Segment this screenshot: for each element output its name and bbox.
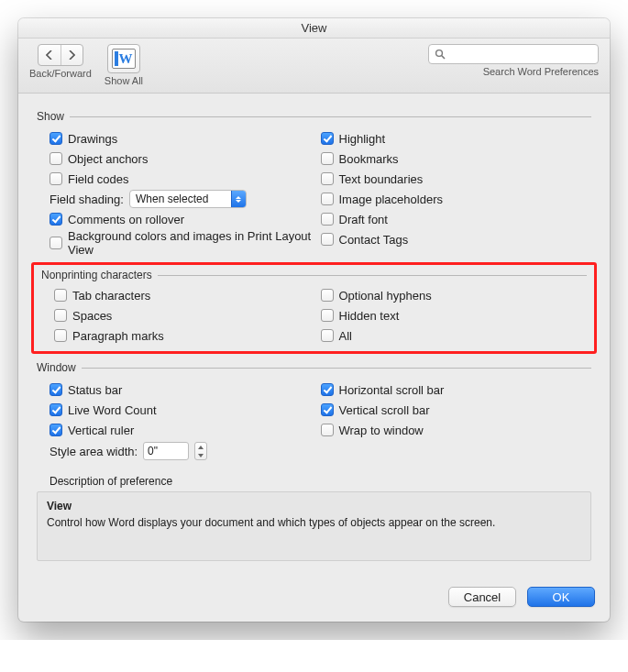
updown-caret-icon <box>231 191 246 207</box>
highlight-nonprinting: Nonprinting characters Tab characters Sp… <box>31 262 597 354</box>
chevron-left-icon <box>46 50 53 60</box>
label-spaces: Spaces <box>72 309 112 323</box>
label-status-bar: Status bar <box>68 383 122 397</box>
checkbox-text-boundaries[interactable] <box>321 172 334 185</box>
section-show-heading: Show <box>37 110 591 123</box>
style-area-input[interactable]: 0" <box>143 442 189 460</box>
toolbar: Back/Forward W Show All Search Word Pref… <box>18 39 610 94</box>
checkbox-spaces[interactable] <box>54 309 67 322</box>
label-hidden-text: Hidden text <box>339 309 400 323</box>
label-image-placeholders: Image placeholders <box>339 193 443 206</box>
back-forward-label: Back/Forward <box>29 68 92 79</box>
checkbox-tab-characters[interactable] <box>54 289 67 302</box>
label-highlight: Highlight <box>339 132 386 146</box>
back-button[interactable] <box>39 45 61 65</box>
checkbox-comments-rollover[interactable] <box>50 213 62 226</box>
checkbox-drawings[interactable] <box>50 132 62 145</box>
checkbox-vertical-ruler[interactable] <box>50 424 62 436</box>
search-input[interactable] <box>449 47 592 61</box>
label-object-anchors: Object anchors <box>68 152 148 166</box>
checkbox-hidden-text[interactable] <box>321 309 334 322</box>
svg-line-1 <box>442 56 445 59</box>
search-field[interactable] <box>428 44 599 64</box>
section-window-heading: Window <box>37 361 591 374</box>
label-bookmarks: Bookmarks <box>339 152 399 166</box>
label-optional-hyphens: Optional hyphens <box>339 289 432 303</box>
search-label: Search Word Preferences <box>483 66 599 77</box>
checkbox-bookmarks[interactable] <box>321 152 334 165</box>
word-icon: W <box>112 49 136 69</box>
cancel-button[interactable]: Cancel <box>448 587 516 607</box>
label-drawings: Drawings <box>68 132 117 146</box>
section-nonprinting-heading: Nonprinting characters <box>41 269 587 281</box>
ok-button[interactable]: OK <box>527 587 595 607</box>
footer: Cancel OK <box>18 574 610 622</box>
label-live-word-count: Live Word Count <box>68 403 157 417</box>
svg-point-0 <box>436 50 443 57</box>
back-forward-segmented <box>38 44 83 66</box>
checkbox-field-codes[interactable] <box>50 172 62 185</box>
label-text-boundaries: Text boundaries <box>339 172 424 186</box>
label-background-colors: Background colors and images in Print La… <box>68 229 321 257</box>
description-title: View <box>47 500 581 512</box>
field-shading-select[interactable]: When selected <box>129 190 247 208</box>
show-all-button[interactable]: W <box>107 44 140 73</box>
label-wrap-window: Wrap to window <box>339 424 424 437</box>
label-contact-tags: Contact Tags <box>339 233 409 247</box>
checkbox-horizontal-scroll[interactable] <box>321 383 334 396</box>
label-tab-characters: Tab characters <box>72 289 150 303</box>
description-heading: Description of preference <box>50 475 591 488</box>
checkbox-optional-hyphens[interactable] <box>321 289 334 302</box>
label-comments-rollover: Comments on rollover <box>68 213 184 226</box>
checkbox-vertical-scroll[interactable] <box>321 403 334 416</box>
checkbox-background-colors[interactable] <box>50 237 62 249</box>
checkbox-paragraph-marks[interactable] <box>54 329 67 342</box>
stepper-up-icon[interactable] <box>195 443 206 451</box>
label-paragraph-marks: Paragraph marks <box>72 329 164 343</box>
checkbox-live-word-count[interactable] <box>50 403 62 416</box>
style-area-stepper[interactable] <box>194 442 207 460</box>
label-vertical-ruler: Vertical ruler <box>68 424 134 437</box>
search-icon <box>435 49 446 60</box>
label-horizontal-scroll: Horizontal scroll bar <box>339 383 445 397</box>
style-area-label: Style area width: <box>50 445 138 458</box>
checkbox-draft-font[interactable] <box>321 213 334 226</box>
field-shading-label: Field shading: <box>50 193 124 206</box>
label-field-codes: Field codes <box>68 172 128 186</box>
checkbox-contact-tags[interactable] <box>321 233 334 246</box>
checkbox-image-placeholders[interactable] <box>321 193 334 205</box>
show-all-label: Show All <box>105 75 143 86</box>
label-draft-font: Draft font <box>339 213 388 226</box>
checkbox-all[interactable] <box>321 329 334 342</box>
preferences-window: View Back/Forward W Show All <box>18 18 610 622</box>
stepper-down-icon[interactable] <box>195 451 206 459</box>
checkbox-wrap-window[interactable] <box>321 424 334 436</box>
label-all: All <box>339 329 352 343</box>
checkbox-object-anchors[interactable] <box>50 152 62 165</box>
checkbox-status-bar[interactable] <box>50 383 62 396</box>
chevron-right-icon <box>68 50 75 60</box>
label-vertical-scroll: Vertical scroll bar <box>339 403 430 417</box>
window-title: View <box>18 18 610 39</box>
description-body: Control how Word displays your document … <box>47 516 581 529</box>
checkbox-highlight[interactable] <box>321 132 334 145</box>
forward-button[interactable] <box>61 45 83 65</box>
description-box: View Control how Word displays your docu… <box>37 491 591 561</box>
